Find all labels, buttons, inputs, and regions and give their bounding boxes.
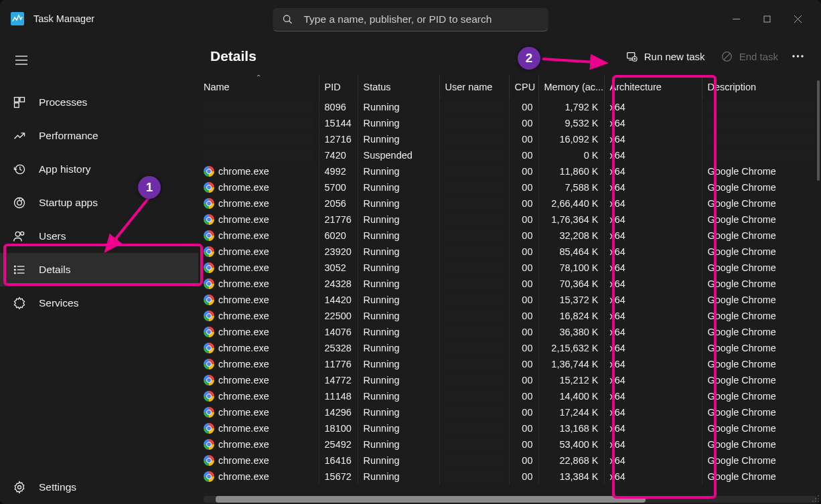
col-description[interactable]: Description bbox=[702, 75, 821, 99]
col-architecture[interactable]: Architecture bbox=[604, 75, 702, 99]
table-row[interactable]: chrome.exe14296Running0017,244 Kx64Googl… bbox=[198, 404, 821, 420]
cell-arch: x64 bbox=[604, 228, 702, 244]
table-row[interactable]: chrome.exe14772Running0015,212 Kx64Googl… bbox=[198, 372, 821, 388]
cell-status: Running bbox=[358, 179, 439, 195]
more-options-button[interactable] bbox=[786, 45, 809, 68]
table-row[interactable]: chrome.exe3052Running0078,100 Kx64Google… bbox=[198, 260, 821, 276]
sidebar-item-performance[interactable]: Performance bbox=[0, 119, 198, 153]
search-input[interactable]: Type a name, publisher, or PID to search bbox=[273, 8, 548, 31]
cell-arch: x64 bbox=[604, 469, 702, 485]
sidebar-item-app-history[interactable]: App history bbox=[0, 153, 198, 186]
cell-status: Running bbox=[358, 163, 439, 179]
process-name: chrome.exe bbox=[218, 327, 269, 337]
cell-desc: Google Chrome bbox=[702, 452, 821, 469]
table-row[interactable]: chrome.exe5700Running007,588 Kx64Google … bbox=[198, 179, 821, 195]
cell-cpu: 00 bbox=[509, 163, 538, 179]
details-icon bbox=[12, 262, 27, 277]
chrome-icon bbox=[204, 375, 214, 386]
sidebar-item-settings[interactable]: Settings bbox=[0, 471, 198, 504]
table-row[interactable]: chrome.exe11776Running001,36,744 Kx64Goo… bbox=[198, 356, 821, 372]
gear-icon bbox=[12, 480, 27, 495]
sidebar-item-startup-apps[interactable]: Startup apps bbox=[0, 186, 198, 220]
sidebar-item-processes[interactable]: Processes bbox=[0, 86, 198, 119]
table-row[interactable]: 8096Running001,792 Kx64 bbox=[198, 99, 821, 115]
sidebar-item-services[interactable]: Services bbox=[0, 286, 198, 320]
redacted-user bbox=[445, 181, 504, 193]
cell-user bbox=[439, 292, 509, 308]
table-row[interactable]: chrome.exe14076Running0036,380 Kx64Googl… bbox=[198, 324, 821, 340]
table-row[interactable]: 12716Running0016,092 Kx64 bbox=[198, 131, 821, 147]
svg-point-18 bbox=[21, 232, 24, 235]
col-status[interactable]: Status bbox=[358, 75, 439, 99]
chrome-icon bbox=[204, 391, 214, 402]
table-row[interactable]: chrome.exe6020Running0032,208 Kx64Google… bbox=[198, 228, 821, 244]
sidebar-item-users[interactable]: Users bbox=[0, 220, 198, 253]
cell-cpu: 00 bbox=[509, 147, 538, 163]
cell-cpu: 00 bbox=[509, 404, 538, 420]
table-row[interactable]: chrome.exe22500Running0016,824 Kx64Googl… bbox=[198, 308, 821, 324]
process-name: chrome.exe bbox=[218, 295, 269, 305]
horizontal-scrollbar[interactable] bbox=[204, 496, 817, 503]
cell-pid: 11776 bbox=[319, 356, 358, 372]
cell-user bbox=[439, 195, 509, 212]
cell-mem: 14,400 K bbox=[538, 388, 604, 404]
table-row[interactable]: chrome.exe2056Running002,66,440 Kx64Goog… bbox=[198, 195, 821, 212]
table-row[interactable]: chrome.exe11148Running0014,400 Kx64Googl… bbox=[198, 388, 821, 404]
table-row[interactable]: chrome.exe15672Running0013,384 Kx64Googl… bbox=[198, 469, 821, 485]
cell-arch: x64 bbox=[604, 388, 702, 404]
minimize-button[interactable] bbox=[721, 8, 751, 29]
run-new-task-button[interactable]: Run new task bbox=[618, 47, 713, 66]
cell-status: Running bbox=[358, 388, 439, 404]
col-name[interactable]: ⌃Name bbox=[198, 75, 319, 99]
col-user[interactable]: User name bbox=[439, 75, 509, 99]
cell-desc: Google Chrome bbox=[702, 340, 821, 356]
cell-pid: 14772 bbox=[319, 372, 358, 388]
table-row[interactable]: chrome.exe18100Running0013,168 Kx64Googl… bbox=[198, 420, 821, 436]
cell-arch: x64 bbox=[604, 404, 702, 420]
hamburger-button[interactable] bbox=[13, 52, 29, 68]
cell-cpu: 00 bbox=[509, 244, 538, 260]
cell-status: Running bbox=[358, 356, 439, 372]
table-row[interactable]: 15144Running009,532 Kx64 bbox=[198, 115, 821, 131]
table-row[interactable]: chrome.exe24328Running0070,364 Kx64Googl… bbox=[198, 276, 821, 292]
table-row[interactable]: chrome.exe25328Running002,15,632 Kx64Goo… bbox=[198, 340, 821, 356]
chrome-icon bbox=[204, 182, 214, 193]
cell-user bbox=[439, 388, 509, 404]
cell-desc: Google Chrome bbox=[702, 195, 821, 212]
cell-user bbox=[439, 260, 509, 276]
cell-status: Running bbox=[358, 244, 439, 260]
col-pid[interactable]: PID bbox=[319, 75, 358, 99]
resize-grip[interactable] bbox=[810, 493, 820, 503]
cell-cpu: 00 bbox=[509, 340, 538, 356]
table-row[interactable]: 7420Suspended000 Kx64 bbox=[198, 147, 821, 163]
run-task-icon bbox=[626, 51, 638, 62]
process-name: chrome.exe bbox=[218, 423, 269, 434]
table-row[interactable]: chrome.exe4992Running0011,860 Kx64Google… bbox=[198, 163, 821, 179]
col-memory[interactable]: Memory (ac... bbox=[538, 75, 604, 99]
table-row[interactable]: chrome.exe14420Running0015,372 Kx64Googl… bbox=[198, 292, 821, 308]
cell-arch: x64 bbox=[604, 436, 702, 452]
cell-pid: 25492 bbox=[319, 436, 358, 452]
table-row[interactable]: chrome.exe21776Running001,76,364 Kx64Goo… bbox=[198, 212, 821, 228]
sidebar-item-label: App history bbox=[39, 163, 91, 175]
cell-desc: Google Chrome bbox=[702, 469, 821, 485]
table-row[interactable]: chrome.exe23920Running0085,464 Kx64Googl… bbox=[198, 244, 821, 260]
maximize-button[interactable] bbox=[751, 8, 782, 29]
process-name: chrome.exe bbox=[218, 262, 269, 273]
vertical-scrollbar[interactable] bbox=[817, 80, 820, 181]
process-name: chrome.exe bbox=[218, 391, 269, 402]
details-table[interactable]: ⌃Name PID Status User name CPU Memory (a… bbox=[198, 75, 821, 504]
col-cpu[interactable]: CPU bbox=[509, 75, 538, 99]
cell-pid: 5700 bbox=[319, 179, 358, 195]
close-button[interactable] bbox=[782, 8, 813, 29]
table-row[interactable]: chrome.exe25492Running0053,400 Kx64Googl… bbox=[198, 436, 821, 452]
cell-pid: 2056 bbox=[319, 195, 358, 212]
cell-status: Running bbox=[358, 228, 439, 244]
redacted-desc bbox=[708, 149, 816, 161]
table-row[interactable]: chrome.exe16416Running0022,868 Kx64Googl… bbox=[198, 452, 821, 469]
cell-arch: x64 bbox=[604, 179, 702, 195]
startup-icon bbox=[12, 195, 27, 210]
process-name: chrome.exe bbox=[218, 246, 269, 257]
sidebar-item-details[interactable]: Details bbox=[0, 253, 198, 286]
svg-rect-9 bbox=[15, 98, 19, 102]
